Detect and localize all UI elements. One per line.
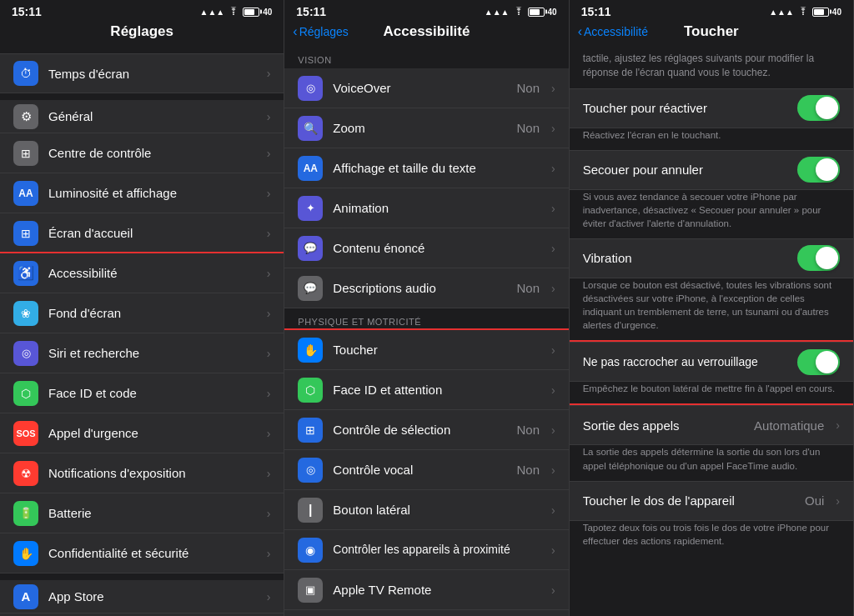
label-temps-ecran: Temps d'écran — [48, 67, 255, 81]
row-descriptions-audio[interactable]: 💬 Descriptions audio Non › — [284, 268, 568, 308]
label-voiceover: VoiceOver — [333, 81, 506, 95]
label-luminosite: Luminosité et affichage — [48, 186, 255, 200]
block-secouer-annuler: Secouer pour annuler Si vous avez tendan… — [570, 150, 853, 238]
toucher-scroll[interactable]: tactile, ajustez les réglages suivants p… — [570, 47, 853, 616]
row-siri[interactable]: ◎ Siri et recherche › — [0, 333, 284, 373]
row-urgence[interactable]: SOS Appel d'urgence › — [0, 413, 284, 453]
value-controle-selection: Non — [516, 423, 540, 437]
row-toucher-dos[interactable]: Toucher le dos de l'appareil Oui › — [570, 481, 853, 521]
svg-point-2 — [802, 13, 804, 15]
panel-accessibilite: 15:11 ▲▲▲ 40 ‹ Réglages Accessibilité — [284, 0, 569, 616]
battery-icon-3 — [812, 8, 829, 17]
row-fond-ecran[interactable]: ❀ Fond d'écran › — [0, 293, 284, 333]
row-app-store[interactable]: A App Store › — [0, 573, 284, 613]
icon-bouton-lateral: | — [298, 498, 323, 523]
svg-point-1 — [518, 13, 520, 15]
row-affichage-taille[interactable]: AA Affichage et taille du texte › — [284, 148, 568, 188]
back-label-3: Accessibilité — [584, 25, 648, 38]
icon-urgence: SOS — [13, 421, 38, 446]
toggle-vibration[interactable] — [797, 245, 840, 271]
row-confidentialite[interactable]: ✋ Confidentialité et sécurité › — [0, 533, 284, 573]
desc-ne-pas-raccrocher: Empêchez le bouton latéral de mettre fin… — [570, 382, 853, 403]
row-sortie-appels[interactable]: Sortie des appels Automatique › — [570, 405, 853, 445]
row-bouton-lateral[interactable]: | Bouton latéral › — [284, 490, 568, 530]
chevron-temps-ecran: › — [267, 67, 271, 80]
row-ne-pas-raccrocher[interactable]: Ne pas raccrocher au verrouillage — [570, 342, 853, 382]
icon-luminosite: AA — [13, 181, 38, 206]
svg-point-0 — [233, 13, 234, 15]
row-controle-vocal[interactable]: ◎ Contrôle vocal Non › — [284, 450, 568, 490]
icon-animation: ✦ — [298, 196, 323, 221]
nav-header-2: ‹ Réglages Accessibilité — [284, 20, 568, 47]
icon-descriptions-audio: 💬 — [298, 276, 323, 301]
row-contenu-enonce[interactable]: 💬 Contenu énoncé › — [284, 228, 568, 268]
icon-face-id: ⬡ — [13, 381, 38, 406]
wifi-icon-1 — [228, 7, 239, 17]
row-apple-tv-remote[interactable]: ▣ Apple TV Remote › — [284, 570, 568, 610]
label-face-id-attention: Face ID et attention — [333, 383, 540, 397]
chevron-controle-vocal: › — [551, 463, 555, 477]
row-controler-appareils[interactable]: ◉ Contrôler les appareils à proximité › — [284, 530, 568, 570]
row-secouer-annuler[interactable]: Secouer pour annuler — [570, 150, 853, 190]
label-controle-selection: Contrôle de sélection — [333, 423, 506, 437]
label-secouer-annuler: Secouer pour annuler — [583, 163, 787, 177]
icon-centre-controle: ⊞ — [13, 141, 38, 166]
row-general[interactable]: ⚙ Général › — [0, 93, 284, 133]
row-animation[interactable]: ✦ Animation › — [284, 188, 568, 228]
label-face-id: Face ID et code — [48, 386, 255, 400]
nav-title-1: Réglages — [110, 23, 173, 40]
row-temps-ecran[interactable]: ⏱ Temps d'écran › — [0, 53, 284, 93]
row-batterie[interactable]: 🔋 Batterie › — [0, 493, 284, 533]
icon-confidentialite: ✋ — [13, 541, 38, 566]
row-controle-selection[interactable]: ⊞ Contrôle de sélection Non › — [284, 410, 568, 450]
icon-siri: ◎ — [13, 341, 38, 366]
chevron-contenu-enonce: › — [551, 242, 555, 255]
battery-label-1: 40 — [263, 8, 272, 17]
row-centre-controle[interactable]: ⊞ Centre de contrôle › — [0, 133, 284, 173]
nav-back-2[interactable]: ‹ Réglages — [293, 24, 348, 39]
value-toucher-dos: Oui — [805, 493, 824, 508]
chevron-app-store: › — [267, 590, 271, 603]
desc-toucher-dos: Tapotez deux fois ou trois fois le dos d… — [570, 521, 853, 556]
icon-batterie: 🔋 — [13, 501, 38, 526]
value-controle-vocal: Non — [516, 463, 540, 477]
label-app-store: App Store — [48, 589, 255, 603]
row-toucher-reactiver[interactable]: Toucher pour réactiver — [570, 88, 853, 128]
chevron-siri: › — [267, 347, 271, 360]
settings-list-1[interactable]: ⏱ Temps d'écran › ⚙ Général › ⊞ Centre d… — [0, 47, 284, 616]
label-animation: Animation — [333, 201, 540, 215]
status-icons-1: ▲▲▲ 40 — [200, 7, 273, 17]
label-centre-controle: Centre de contrôle — [48, 146, 255, 160]
desc-secouer-annuler: Si vous avez tendance à secouer votre iP… — [570, 190, 853, 238]
row-accessibilite[interactable]: ♿ Accessibilité › — [0, 253, 284, 293]
block-vibration: Vibration Lorsque ce bouton est désactiv… — [570, 238, 853, 340]
chevron-accessibilite: › — [267, 267, 271, 280]
row-toucher[interactable]: ✋ Toucher › — [284, 330, 568, 370]
icon-face-id-attention: ⬡ — [298, 378, 323, 403]
row-face-id-attention[interactable]: ⬡ Face ID et attention › — [284, 370, 568, 410]
toggle-secouer-annuler[interactable] — [797, 157, 840, 183]
row-luminosite[interactable]: AA Luminosité et affichage › — [0, 173, 284, 213]
chevron-controler-appareils: › — [551, 543, 555, 557]
chevron-controle-selection: › — [551, 423, 555, 437]
nav-back-3[interactable]: ‹ Accessibilité — [578, 24, 648, 39]
chevron-sortie-appels: › — [836, 418, 840, 432]
signal-icon-2: ▲▲▲ — [485, 8, 510, 17]
row-notifications-expo[interactable]: ☢ Notifications d'exposition › — [0, 453, 284, 493]
row-vibration[interactable]: Vibration — [570, 238, 853, 278]
icon-controle-vocal: ◎ — [298, 458, 323, 483]
settings-list-2[interactable]: VISION ◎ VoiceOver Non › 🔍 Zoom Non › AA… — [284, 47, 568, 616]
row-face-id[interactable]: ⬡ Face ID et code › — [0, 373, 284, 413]
label-bouton-lateral: Bouton latéral — [333, 503, 540, 517]
toggle-toucher-reactiver[interactable] — [797, 95, 840, 121]
signal-icon-3: ▲▲▲ — [769, 8, 794, 17]
toggle-ne-pas-raccrocher[interactable] — [797, 349, 840, 375]
row-claviers[interactable]: ⌨ Claviers › — [284, 610, 568, 616]
chevron-urgence: › — [267, 427, 271, 440]
desc-vibration: Lorsque ce bouton est désactivé, toutes … — [570, 278, 853, 340]
row-voiceover[interactable]: ◎ VoiceOver Non › — [284, 68, 568, 108]
label-fond-ecran: Fond d'écran — [48, 306, 255, 320]
row-ecran-accueil[interactable]: ⊞ Écran d'accueil › — [0, 213, 284, 253]
row-zoom[interactable]: 🔍 Zoom Non › — [284, 108, 568, 148]
icon-fond-ecran: ❀ — [13, 301, 38, 326]
